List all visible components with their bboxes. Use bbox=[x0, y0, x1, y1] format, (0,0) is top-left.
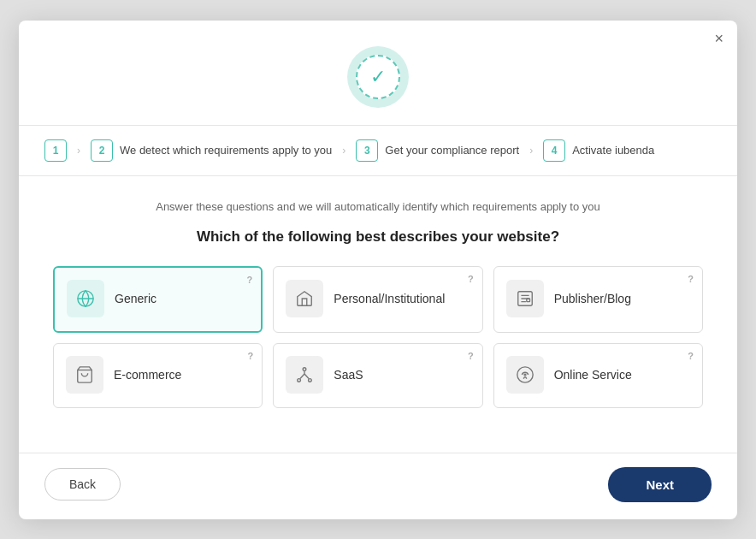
svg-point-5 bbox=[298, 378, 301, 382]
option-online-service-help[interactable]: ? bbox=[688, 351, 694, 361]
svg-point-6 bbox=[309, 378, 312, 382]
back-button[interactable]: Back bbox=[44, 468, 121, 500]
option-online-service-icon bbox=[506, 356, 544, 394]
option-saas[interactable]: ? SaaS bbox=[273, 343, 482, 408]
next-button[interactable]: Next bbox=[608, 467, 712, 502]
svg-rect-2 bbox=[526, 299, 529, 302]
option-ecommerce[interactable]: ? E-commerce bbox=[53, 343, 263, 408]
options-grid: ? Generic ? bbox=[53, 266, 703, 408]
option-online-service-label: Online Service bbox=[554, 368, 632, 382]
svg-point-4 bbox=[303, 367, 306, 370]
option-publisher-help[interactable]: ? bbox=[688, 274, 694, 284]
modal-footer: Back Next bbox=[19, 453, 737, 519]
step-arrow-3: › bbox=[529, 145, 533, 157]
subtitle-text: Answer these questions and we will autom… bbox=[53, 200, 703, 213]
modal-container: × ✓ 1 › 2 We detect which requirements a… bbox=[19, 21, 737, 519]
modal-body: Answer these questions and we will autom… bbox=[19, 176, 737, 453]
option-generic-help[interactable]: ? bbox=[247, 275, 253, 285]
option-publisher-label: Publisher/Blog bbox=[554, 292, 631, 305]
option-publisher-icon bbox=[506, 280, 544, 317]
option-saas-icon bbox=[286, 356, 323, 394]
option-generic-icon bbox=[67, 280, 104, 317]
step-2: 2 We detect which requirements apply to … bbox=[91, 139, 332, 162]
option-personal[interactable]: ? Personal/Institutional bbox=[273, 266, 482, 333]
step-3-number: 3 bbox=[356, 139, 378, 162]
option-saas-label: SaaS bbox=[334, 368, 363, 382]
option-saas-help[interactable]: ? bbox=[468, 351, 474, 361]
step-4-number: 4 bbox=[543, 139, 565, 162]
option-generic-label: Generic bbox=[115, 292, 157, 305]
option-online-service[interactable]: ? Online Service bbox=[493, 343, 703, 408]
step-arrow-2: › bbox=[342, 145, 346, 157]
option-personal-icon bbox=[286, 280, 323, 317]
header-icon-outer: ✓ bbox=[347, 46, 409, 108]
option-ecommerce-help[interactable]: ? bbox=[248, 351, 254, 361]
check-icon: ✓ bbox=[370, 66, 386, 88]
modal-overlay: × ✓ 1 › 2 We detect which requirements a… bbox=[0, 0, 756, 539]
step-3-label: Get your compliance report bbox=[385, 144, 519, 157]
steps-bar: 1 › 2 We detect which requirements apply… bbox=[19, 126, 737, 176]
option-ecommerce-label: E-commerce bbox=[114, 368, 181, 382]
question-heading: Which of the following best describes yo… bbox=[53, 228, 703, 246]
svg-point-7 bbox=[524, 374, 526, 376]
option-ecommerce-icon bbox=[66, 356, 103, 394]
step-4-label: Activate iubenda bbox=[572, 144, 654, 157]
header-icon-inner: ✓ bbox=[356, 55, 400, 99]
step-1-number: 1 bbox=[44, 139, 67, 162]
step-4: 4 Activate iubenda bbox=[543, 139, 654, 162]
option-personal-label: Personal/Institutional bbox=[334, 292, 445, 305]
step-2-label: We detect which requirements apply to yo… bbox=[120, 144, 332, 157]
option-publisher[interactable]: ? Publisher/Blog bbox=[493, 266, 703, 333]
step-3: 3 Get your compliance report bbox=[356, 139, 519, 162]
step-1: 1 bbox=[44, 139, 67, 162]
modal-header: ✓ bbox=[19, 21, 737, 125]
close-button[interactable]: × bbox=[714, 31, 724, 46]
option-personal-help[interactable]: ? bbox=[468, 274, 474, 284]
step-arrow-1: › bbox=[77, 145, 80, 157]
option-generic[interactable]: ? Generic bbox=[53, 266, 263, 333]
step-2-number: 2 bbox=[91, 139, 113, 162]
